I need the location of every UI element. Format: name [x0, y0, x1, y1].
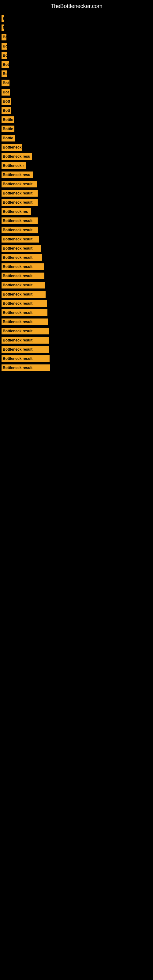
bar-row: Bo	[2, 51, 153, 60]
bar-label: Bottleneck result	[2, 199, 38, 206]
bar-row: Bottleneck res	[2, 207, 153, 216]
bar-row: Bo	[2, 69, 153, 78]
bar-label: Bottleneck result	[2, 355, 49, 362]
bar-row: Bottleneck result	[2, 198, 153, 207]
bar-label: Bot	[2, 80, 10, 86]
bar-row: B	[2, 14, 153, 23]
bar-label: Bottleneck result	[2, 181, 37, 188]
bar-label: Bottleneck result	[2, 346, 49, 353]
bar-label: Bottleneck result	[2, 218, 38, 224]
bar-row: Bottleneck result	[2, 317, 153, 326]
bar-label: Bottleneck result	[2, 227, 38, 233]
bar-row: Bo	[2, 32, 153, 41]
bar-label: B	[2, 24, 4, 31]
bar-row: Bottleneck result	[2, 280, 153, 290]
bar-label: Bottle	[2, 126, 14, 132]
bar-label: Bo	[2, 70, 7, 77]
bars-wrapper: BBBoBoBoBotBoBotBotBottBottBottleBottleB…	[0, 11, 153, 372]
bar-row: Bottle	[2, 115, 153, 124]
bar-row: Bottleneck result	[2, 308, 153, 317]
bar-label: Bottleneck result	[2, 328, 49, 334]
bar-row: Bottleneck result	[2, 336, 153, 345]
bar-label: Bottleneck result	[2, 300, 47, 307]
bar-row: Bottleneck result	[2, 326, 153, 336]
bar-row: Bottleneck result	[2, 262, 153, 271]
bar-row: Bottleneck result	[2, 180, 153, 189]
bar-row: Bottleneck	[2, 143, 153, 152]
bar-label: Bottleneck result	[2, 190, 38, 197]
bar-label: Bottleneck	[2, 144, 22, 151]
bar-label: Bottleneck result	[2, 236, 39, 243]
bar-row: Bottleneck result	[2, 216, 153, 225]
bar-label: Bottleneck result	[2, 245, 41, 252]
bar-row: Bot	[2, 78, 153, 88]
bar-row: Bot	[2, 60, 153, 69]
bar-label: Bottleneck result	[2, 272, 45, 279]
bar-row: B	[2, 23, 153, 32]
bar-label: Bottleneck result	[2, 318, 48, 325]
bar-label: B	[2, 15, 4, 22]
bar-label: Bottleneck r	[2, 162, 26, 169]
bar-row: Bottleneck result	[2, 354, 153, 363]
bar-row: Bott	[2, 97, 153, 106]
bar-label: Bottleneck result	[2, 254, 42, 261]
bar-label: Bo	[2, 43, 7, 49]
bar-row: Bottleneck result	[2, 189, 153, 198]
bar-row: Bott	[2, 106, 153, 115]
bar-label: Bottle	[2, 135, 15, 142]
bar-row: Bottleneck result	[2, 299, 153, 308]
bar-label: Bottleneck result	[2, 263, 44, 270]
bar-label: Bottleneck result	[2, 309, 48, 316]
bar-label: Bottleneck result	[2, 282, 45, 288]
bar-row: Bot	[2, 88, 153, 97]
bar-row: Bottleneck result	[2, 290, 153, 299]
bar-row: Bottleneck result	[2, 363, 153, 372]
bar-label: Bo	[2, 52, 7, 59]
bar-label: Bottleneck resu	[2, 172, 33, 178]
bar-row: Bottle	[2, 134, 153, 143]
bar-label: Bot	[2, 89, 10, 95]
bar-row: Bottleneck r	[2, 161, 153, 170]
bar-row: Bottleneck resu	[2, 170, 153, 180]
bar-label: Bo	[2, 34, 6, 40]
bar-label: Bott	[2, 98, 11, 105]
bar-label: Bottleneck result	[2, 291, 46, 298]
bar-row: Bottleneck result	[2, 235, 153, 244]
bar-label: Bottleneck result	[2, 364, 50, 371]
bar-label: Bott	[2, 107, 11, 114]
bar-label: Bottleneck resu	[2, 153, 32, 160]
bar-row: Bo	[2, 41, 153, 51]
bar-row: Bottleneck result	[2, 345, 153, 354]
bar-label: Bottle	[2, 116, 14, 123]
bar-row: Bottleneck result	[2, 244, 153, 253]
bar-row: Bottleneck result	[2, 253, 153, 262]
site-title: TheBottlenecker.com	[0, 0, 153, 11]
bar-row: Bottleneck result	[2, 225, 153, 235]
bar-label: Bot	[2, 61, 9, 68]
bar-row: Bottleneck resu	[2, 152, 153, 161]
bar-row: Bottleneck result	[2, 271, 153, 280]
bar-label: Bottleneck result	[2, 337, 49, 344]
bar-row: Bottle	[2, 124, 153, 134]
bar-label: Bottleneck res	[2, 208, 31, 215]
